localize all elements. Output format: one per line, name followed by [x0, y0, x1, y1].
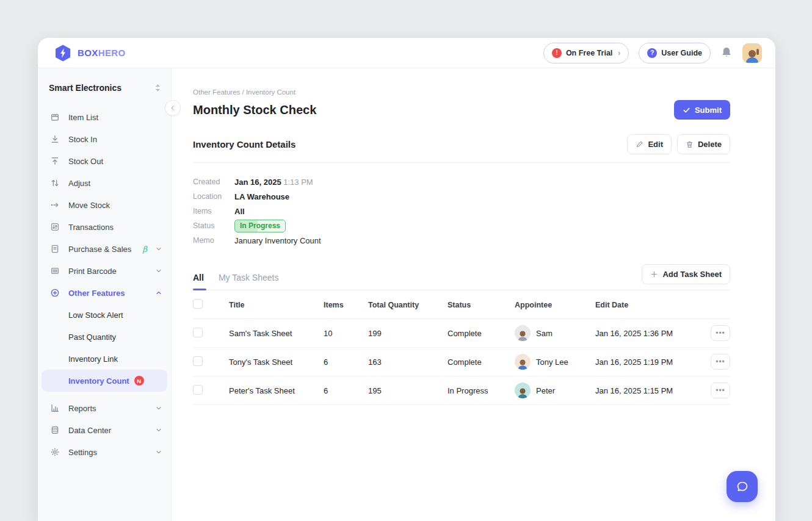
- sidebar-item-move-stock[interactable]: Move Stock: [38, 194, 171, 216]
- sidebar-item-label: Stock Out: [68, 157, 162, 166]
- sidebar-item-purchase-sales[interactable]: Purchase & Sales β: [38, 238, 171, 260]
- bar-chart-icon: [50, 403, 60, 414]
- sidebar-item-low-stock-alert[interactable]: Low Stock Alert: [42, 304, 167, 326]
- table-row[interactable]: Sam's Task Sheet 10 199 Complete Sam: [193, 319, 730, 348]
- sidebar-item-item-list[interactable]: Item List: [38, 106, 171, 128]
- sidebar-item-inventory-link[interactable]: Inventory Link: [42, 348, 167, 370]
- cell-edit-date: Jan 16, 2025 1:15 PM: [595, 376, 687, 405]
- notifications-bell-icon[interactable]: [720, 46, 733, 60]
- sidebar-item-settings[interactable]: Settings: [38, 441, 171, 463]
- items-label: Items: [193, 207, 234, 215]
- sidebar-item-label: Reports: [68, 404, 147, 413]
- column-items: Items: [324, 290, 368, 319]
- chevron-up-icon: [155, 289, 162, 296]
- main-panel: Other Features / Inventory Count Monthly…: [172, 68, 775, 521]
- user-avatar[interactable]: [742, 43, 762, 63]
- plus-icon: [650, 270, 658, 278]
- column-status: Status: [448, 290, 515, 319]
- location-label: Location: [193, 192, 234, 201]
- status-label: Status: [193, 221, 234, 230]
- arrow-down-to-line-icon: [50, 134, 60, 145]
- column-appointee: Appointee: [515, 290, 595, 319]
- created-value: Jan 16, 2025 1:13 PM: [234, 178, 313, 187]
- breadcrumb[interactable]: Other Features / Inventory Count: [193, 68, 730, 96]
- chevron-right-icon: ›: [618, 49, 620, 57]
- chat-bubble-icon: [735, 480, 750, 494]
- sidebar-item-stock-out[interactable]: Stock Out: [38, 150, 171, 172]
- circle-plus-icon: [50, 288, 60, 298]
- appointee-avatar: [515, 325, 531, 341]
- sidebar-item-label: Adjust: [68, 179, 162, 188]
- top-bar: BOXHERO ! On Free Trial › ? User Guide: [38, 38, 775, 68]
- sidebar-item-label: Stock In: [68, 135, 162, 144]
- section-divider: [193, 162, 730, 163]
- row-checkbox[interactable]: [193, 356, 203, 366]
- user-avatar-image: [744, 48, 760, 63]
- cell-items: 10: [324, 319, 368, 348]
- status-badge: In Progress: [234, 220, 286, 232]
- sidebar-item-label: Data Center: [68, 426, 147, 435]
- sidebar-item-transactions[interactable]: Transactions: [38, 216, 171, 238]
- trial-label: On Free Trial: [566, 49, 612, 57]
- user-guide-button[interactable]: ? User Guide: [639, 43, 711, 63]
- sidebar-item-label: Low Stock Alert: [68, 311, 123, 320]
- column-total-quantity: Total Quantity: [368, 290, 448, 319]
- sidebar-item-reports[interactable]: Reports: [38, 397, 171, 419]
- document-icon: [50, 244, 60, 254]
- chevron-down-icon: [155, 267, 162, 275]
- arrow-up-from-line-icon: [50, 156, 60, 167]
- sidebar-item-label: Other Features: [68, 289, 147, 298]
- row-checkbox[interactable]: [193, 385, 203, 395]
- table-row[interactable]: Peter's Task Sheet 6 195 In Progress Pet…: [193, 376, 730, 405]
- cell-appointee: Sam: [515, 319, 595, 348]
- sidebar-item-label: Transactions: [68, 223, 162, 232]
- cell-title: Sam's Task Sheet: [229, 319, 324, 348]
- barcode-icon: [50, 266, 60, 276]
- transactions-icon: [50, 222, 60, 232]
- sidebar-item-past-quantity[interactable]: Past Quantity: [42, 326, 167, 348]
- add-task-sheet-button[interactable]: Add Task Sheet: [642, 264, 730, 284]
- chevron-down-icon: [155, 448, 162, 456]
- chevron-down-icon: [155, 404, 162, 412]
- delete-button[interactable]: Delete: [677, 134, 730, 154]
- row-actions-button[interactable]: •••: [711, 383, 730, 398]
- row-checkbox[interactable]: [193, 328, 203, 337]
- chat-support-button[interactable]: [727, 471, 758, 502]
- edit-button[interactable]: Edit: [627, 134, 672, 154]
- cell-status: In Progress: [448, 376, 515, 405]
- database-icon: [50, 425, 60, 436]
- row-actions-button[interactable]: •••: [711, 325, 730, 341]
- sidebar-item-adjust[interactable]: Adjust: [38, 172, 171, 194]
- sidebar-item-label: Settings: [68, 448, 147, 457]
- sidebar-item-data-center[interactable]: Data Center: [38, 419, 171, 441]
- workspace-switcher-icon[interactable]: [154, 84, 161, 92]
- cell-total-quantity: 199: [368, 319, 448, 348]
- table-header-row: Title Items Total Quantity Status Appoin…: [193, 290, 730, 319]
- cell-appointee: Tony Lee: [515, 348, 595, 376]
- sidebar: Smart Electronics Item List Stock In: [38, 68, 172, 521]
- new-badge: N: [134, 376, 144, 386]
- cell-status: Complete: [448, 319, 515, 348]
- sidebar-collapse-button[interactable]: [165, 100, 181, 116]
- beta-badge: β: [142, 245, 147, 254]
- tab-my-task-sheets[interactable]: My Task Sheets: [219, 273, 279, 290]
- cell-edit-date: Jan 16, 2025 1:19 PM: [595, 348, 687, 376]
- chevron-left-icon: [170, 105, 176, 111]
- help-icon: ?: [647, 48, 657, 58]
- sidebar-item-print-barcode[interactable]: Print Barcode: [38, 260, 171, 282]
- cell-edit-date: Jan 16, 2025 1:36 PM: [595, 319, 687, 348]
- select-all-checkbox[interactable]: [193, 299, 203, 309]
- sidebar-item-label: Inventory Link: [68, 354, 118, 364]
- chevron-down-icon: [155, 426, 162, 434]
- table-row[interactable]: Tony's Task Sheet 6 163 Complete Tony Le…: [193, 348, 730, 376]
- appointee-avatar: [515, 383, 531, 398]
- tab-all[interactable]: All: [193, 273, 204, 290]
- boxhero-logo[interactable]: BOXHERO: [54, 44, 126, 62]
- sidebar-item-stock-in[interactable]: Stock In: [38, 128, 171, 150]
- sidebar-item-label: Move Stock: [68, 201, 162, 210]
- on-free-trial-button[interactable]: ! On Free Trial ›: [543, 43, 629, 63]
- submit-button[interactable]: Submit: [674, 100, 730, 120]
- row-actions-button[interactable]: •••: [711, 354, 730, 370]
- sidebar-item-inventory-count[interactable]: Inventory Count N: [42, 370, 167, 392]
- sidebar-item-other-features[interactable]: Other Features: [38, 282, 171, 304]
